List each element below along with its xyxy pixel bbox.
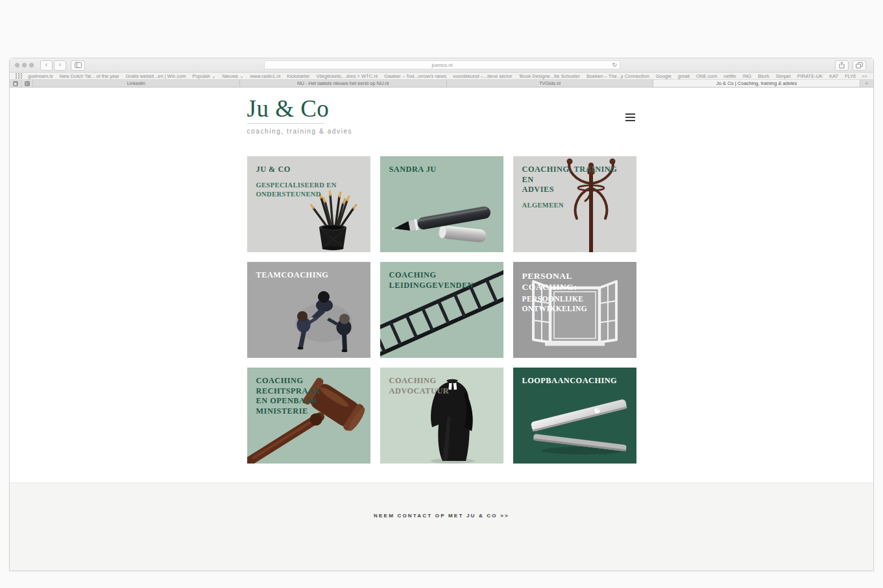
tab-bar: ◉ t LinkedInNU - Het laatste nieuws het … [10,80,873,88]
team-image [286,284,364,357]
bookmark-item[interactable]: PIRATE-UK [797,73,823,79]
bookmarks-list: gostream.isNew Dutch Tal... of the yearG… [28,73,856,79]
bookmark-item[interactable]: Kickstarter [287,73,309,79]
sidebar-button[interactable] [71,60,85,71]
forward-button[interactable]: › [54,60,66,71]
close-window-button[interactable] [15,63,19,67]
bookmark-item[interactable]: New Dutch Tal... of the year [60,73,119,79]
tile-subtitle: PERSOONLIJKE ONTWIKKELING [522,294,627,314]
tile-grid: JU & CO GESPECIALISEERD EN ONDERSTEUNEND [247,156,636,464]
url-text: juenco.nl [431,62,452,68]
address-bar[interactable]: juenco.nl ↻ [264,60,620,69]
pinned-tab-2[interactable]: t [21,80,33,87]
bookmark-item[interactable]: netflix [723,73,736,79]
site-logo[interactable]: Ju & Co [247,97,636,121]
bookmark-item[interactable]: Blurb [758,73,769,79]
bookmark-item[interactable]: Nieuws ⌄ [222,73,243,79]
bookmarks-bar: gostream.isNew Dutch Tal... of the yearG… [10,73,873,80]
bookmarks-overflow[interactable]: >> [862,73,867,79]
bookmark-item[interactable]: Simpel [776,73,791,79]
pinned-tab-icon-1: ◉ [13,81,18,86]
pinned-tab-icon-2: t [25,81,30,86]
back-button[interactable]: ‹ [40,60,53,71]
reload-icon[interactable]: ↻ [612,61,617,69]
tile-title: COACHING, TRAINING EN ADVIES [522,165,627,195]
pen-image [385,194,502,250]
tile-title: LOOPBAANCOACHING [522,376,627,386]
tile-coaching-rechtspraak[interactable]: COACHING RECHTSPRAAK EN OPENBAAR MINISTE… [247,368,370,464]
bookmark-item[interactable]: ING [743,73,751,79]
bookmark-item[interactable]: 'Book Designe...tte Schuster [519,73,580,79]
bookmark-item[interactable]: Boeken – The...y Connection [587,73,649,79]
tab-overview-button[interactable] [853,60,866,71]
bookmark-item[interactable]: gmail [678,73,690,79]
tile-teamcoaching[interactable]: TEAMCOACHING [247,262,370,358]
bookmark-item[interactable]: FLYER [845,73,856,79]
hamburger-menu-icon[interactable] [625,113,635,123]
bookmark-item[interactable]: KAT [829,73,838,79]
traffic-lights [15,63,34,67]
bookmark-item[interactable]: Gratis websit...en | Wix.com [126,73,186,79]
tile-subtitle: ALGEMEEN [522,201,627,210]
contact-link[interactable]: NEEM CONTACT OP MET JU & CO >> [374,513,509,519]
browser-toolbar: ‹ › juenco.nl ↻ [10,58,873,73]
tile-title: SANDRA JU [389,165,494,175]
site-footer: NEEM CONTACT OP MET JU & CO >> [10,482,873,570]
tile-coaching-training-advies[interactable]: COACHING, TRAINING EN ADVIES ALGEMEEN [513,156,636,252]
tile-title: COACHING ADVOCATUUR [389,376,494,396]
tab[interactable]: LinkedIn [33,80,240,87]
toolbar-right-buttons [835,60,867,71]
tile-title: PERSONAL COACHING: [522,270,627,293]
tab[interactable]: Ju & Co | Coaching, training & advies [653,80,860,87]
laptop-image [524,391,634,458]
bookmark-item[interactable]: Vliegtickets,...dres = WTC.nl [317,73,378,79]
browser-window: ‹ › juenco.nl ↻ [9,58,874,571]
pinned-tab-1[interactable]: ◉ [10,80,21,87]
site-tagline: coaching, training & advies [247,128,636,135]
site-header: Ju & Co coaching, training & advies [247,97,636,156]
logo-divider [247,123,324,124]
bookmark-item[interactable]: voordekunst –...tieve sector [453,73,513,79]
minimize-window-button[interactable] [22,63,27,67]
bookmark-item[interactable]: ONE.com [696,73,718,79]
share-icon [839,62,845,69]
tab[interactable]: TVGids.nl [447,80,654,87]
tab-overview-icon [856,62,863,69]
new-tab-button[interactable]: + [860,80,873,87]
zoom-window-button[interactable] [29,63,34,67]
tile-ju-en-co[interactable]: JU & CO GESPECIALISEERD EN ONDERSTEUNEND [247,156,370,252]
tile-coaching-leidinggevenden[interactable]: COACHING LEIDINGGEVENDEN [380,262,503,358]
web-page: Ju & Co coaching, training & advies JU &… [10,88,873,570]
bookmark-item[interactable]: gostream.is [28,73,53,79]
tile-title: JU & CO [256,165,361,175]
tile-loopbaancoaching[interactable]: LOOPBAANCOACHING [513,368,636,464]
tile-subtitle: GESPECIALISEERD EN ONDERSTEUNEND [256,181,361,199]
tile-title: COACHING LEIDINGGEVENDEN [389,270,494,290]
tile-sandra-ju[interactable]: SANDRA JU [380,156,503,252]
share-button[interactable] [835,60,849,71]
tile-personal-coaching[interactable]: PERSONAL COACHING: PERSOONLIJKE ONTWIKKE… [513,262,636,358]
tile-coaching-advocatuur[interactable]: COACHING ADVOCATUUR [380,368,503,464]
bookmarks-grid-icon[interactable] [16,73,22,78]
bookmark-item[interactable]: Google [656,73,671,79]
tile-title: COACHING RECHTSPRAAK EN OPENBAAR MINISTE… [256,376,361,417]
tile-title: TEAMCOACHING [256,270,361,281]
bookmark-item[interactable]: Gawker – Tod...orrow's news [384,73,446,79]
desktop-background: ‹ › juenco.nl ↻ [0,0,883,588]
tab[interactable]: NU - Het laatste nieuws het eerst op NU.… [240,80,447,87]
bookmark-item[interactable]: Populair ⌄ [193,73,216,79]
sidebar-icon [75,62,82,68]
bookmark-item[interactable]: www.radio1.nl [250,73,280,79]
